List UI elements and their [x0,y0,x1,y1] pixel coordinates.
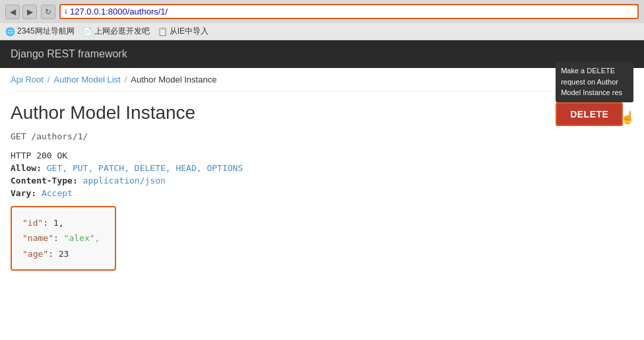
address-icon: ℹ [65,8,67,15]
cursor-icon: ☝ [620,110,633,126]
breadcrumb-api-root[interactable]: Api Root [11,75,44,85]
bookmark-icon-2345: 🌐 [5,27,15,36]
back-button[interactable]: ◀ [5,5,20,19]
bookmark-ie[interactable]: 📋 从IE中导入 [158,26,209,37]
http-allow: Allow: GET, PUT, PATCH, DELETE, HEAD, OP… [11,163,633,173]
content-type-label: Content-Type: [11,176,78,186]
json-name-line: "name": "alex", [22,230,104,246]
drf-page: Django REST framework Api Root / Author … [0,40,644,271]
json-age-line: "age": 23 [22,246,104,261]
forward-button[interactable]: ▶ [22,5,37,19]
json-id-key: "id" [22,218,43,228]
bookmark-icon-dev: 📄 [82,27,92,36]
get-line: GET /authors/1/ [11,131,633,141]
drf-header-title: Django REST framework [11,48,127,59]
browser-toolbar: ◀ ▶ ↻ ℹ [0,0,644,23]
vary-label: Vary: [11,188,36,198]
drf-header: Django REST framework [0,40,644,68]
http-method: GET [11,131,26,141]
page-title: Author Model Instance [11,102,633,123]
delete-button[interactable]: DELETE [556,102,623,126]
http-path: /authors/1/ [31,131,88,141]
delete-area: Make a DELETE request on Author Model In… [556,68,633,126]
content-type-value: application/json [83,176,166,186]
allow-values: GET, PUT, PATCH, DELETE, HEAD, OPTIONS [47,163,243,173]
json-response-box: "id": 1, "name": "alex", "age": 23 [11,206,116,271]
bookmark-label-2345: 2345网址导航网 [17,26,75,37]
nav-buttons: ◀ ▶ [5,5,37,19]
json-age-key: "age" [22,249,48,259]
http-status: HTTP 200 OK [11,151,633,160]
breadcrumb-sep-2: / [125,75,127,85]
breadcrumb-current: Author Model Instance [131,75,216,85]
refresh-button[interactable]: ↻ [41,5,55,19]
http-content-type: Content-Type: application/json [11,176,633,186]
bookmark-label-ie: 从IE中导入 [170,26,209,37]
breadcrumb-author-model-list[interactable]: Author Model List [54,75,121,85]
address-bar[interactable] [70,7,633,17]
address-bar-wrapper[interactable]: ℹ [59,4,639,19]
breadcrumb-sep-1: / [48,75,50,85]
bookmark-label-dev: 上网必逛开发吧 [94,26,150,37]
breadcrumb-bar: Api Root / Author Model List / Author Mo… [11,68,633,92]
bookmark-2345[interactable]: 🌐 2345网址导航网 [5,26,75,37]
browser-chrome: ◀ ▶ ↻ ℹ 🌐 2345网址导航网 📄 上网必逛开发吧 📋 从IE中导入 [0,0,644,40]
bookmark-icon-ie: 📋 [158,27,168,36]
vary-value: Accept [42,188,73,198]
json-id-value: 1, [53,218,64,228]
delete-tooltip: Make a DELETE request on Author Model In… [556,61,633,102]
allow-label: Allow: [11,163,42,173]
delete-btn-wrapper: DELETE ☝ [556,102,633,126]
bookmark-dev[interactable]: 📄 上网必逛开发吧 [82,26,150,37]
json-id-line: "id": 1, [22,215,104,230]
json-name-value: "alex", [64,233,100,243]
json-name-key: "name" [22,233,53,243]
json-age-value: 23 [59,249,69,259]
bookmarks-bar: 🌐 2345网址导航网 📄 上网必逛开发吧 📋 从IE中导入 [0,23,644,40]
drf-content: Api Root / Author Model List / Author Mo… [0,68,644,271]
http-vary: Vary: Accept [11,188,633,198]
